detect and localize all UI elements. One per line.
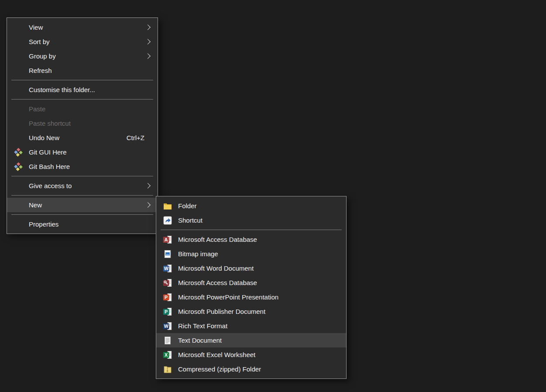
- menu-item-label: Customise this folder...: [29, 86, 95, 93]
- menu-item-label: New: [29, 201, 42, 209]
- chevron-right-icon: [145, 39, 151, 45]
- menu-item-microsoft-excel-worksheet[interactable]: XMicrosoft Excel Worksheet: [156, 347, 346, 362]
- menu-item-label: Microsoft Access Database: [178, 236, 257, 243]
- chevron-right-icon: [145, 24, 151, 30]
- menu-item-label: Git GUI Here: [29, 148, 67, 156]
- menu-item-label: Microsoft Excel Worksheet: [178, 351, 255, 358]
- menu-item-label: Compressed (zipped) Folder: [178, 365, 261, 373]
- menu-item-rich-text-format[interactable]: WRich Text Format: [156, 319, 346, 333]
- git-icon: [14, 148, 23, 157]
- menu-item-microsoft-access-database[interactable]: Microsoft Access Database: [156, 275, 346, 290]
- zip-folder-icon: [163, 364, 172, 374]
- icon-slot-empty: [14, 181, 23, 191]
- menu-item-label: View: [29, 24, 43, 31]
- menu-item-microsoft-access-database[interactable]: AMicrosoft Access Database: [156, 232, 346, 247]
- menu-separator: [11, 99, 153, 100]
- icon-slot-empty: [14, 85, 23, 95]
- menu-separator: [11, 176, 153, 176]
- menu-item-new[interactable]: New: [7, 198, 158, 212]
- menu-item-label: Rich Text Format: [178, 322, 227, 330]
- icon-slot-empty: [14, 133, 23, 143]
- menu-item-microsoft-powerpoint-presentation[interactable]: PMicrosoft PowerPoint Presentation: [156, 290, 346, 304]
- svg-text:P: P: [165, 294, 168, 299]
- menu-item-label: Group by: [29, 52, 56, 60]
- excel-icon: X: [163, 350, 172, 360]
- chevron-right-icon: [145, 183, 151, 189]
- menu-item-folder[interactable]: Folder: [156, 199, 346, 213]
- icon-slot-empty: [14, 200, 23, 210]
- menu-item-label: Shortcut: [178, 217, 203, 224]
- folder-icon: [163, 201, 172, 211]
- text-document-icon: [163, 336, 172, 345]
- icon-slot-empty: [14, 23, 23, 32]
- menu-item-label: Give access to: [29, 182, 72, 189]
- menu-item-label: Microsoft PowerPoint Presentation: [178, 293, 278, 301]
- menu-item-compressed-zipped-folder[interactable]: Compressed (zipped) Folder: [156, 362, 346, 376]
- shortcut-icon: [163, 216, 172, 225]
- menu-separator: [11, 80, 153, 80]
- git-icon: [14, 162, 23, 172]
- menu-item-label: Sort by: [29, 38, 50, 45]
- menu-item-label: Paste: [29, 105, 45, 113]
- menu-item-microsoft-publisher-document[interactable]: PMicrosoft Publisher Document: [156, 304, 346, 319]
- access-mdb-icon: [163, 278, 172, 288]
- menu-item-undo-new[interactable]: Undo NewCtrl+Z: [7, 131, 158, 145]
- menu-item-give-access-to[interactable]: Give access to: [7, 179, 158, 193]
- icon-slot-empty: [14, 119, 23, 128]
- word-icon: W: [163, 264, 172, 273]
- menu-item-label: Microsoft Word Document: [178, 265, 254, 272]
- svg-text:A: A: [165, 237, 168, 242]
- menu-separator: [11, 195, 153, 196]
- menu-item-paste: Paste: [7, 102, 158, 116]
- menu-item-label: Microsoft Publisher Document: [178, 308, 265, 315]
- icon-slot-empty: [14, 37, 23, 47]
- icon-slot-empty: [14, 52, 23, 61]
- menu-item-git-gui-here[interactable]: Git GUI Here: [7, 145, 158, 159]
- menu-item-label: Undo New: [29, 134, 59, 141]
- svg-text:W: W: [164, 323, 168, 328]
- icon-slot-empty: [14, 104, 23, 114]
- menu-separator: [161, 230, 342, 230]
- menu-item-label: Text Document: [178, 337, 222, 344]
- access-icon: A: [163, 235, 172, 244]
- svg-text:X: X: [165, 352, 168, 357]
- icon-slot-empty: [14, 220, 23, 229]
- shortcut-text: Ctrl+Z: [127, 134, 152, 141]
- chevron-right-icon: [145, 202, 151, 208]
- menu-item-microsoft-word-document[interactable]: WMicrosoft Word Document: [156, 261, 346, 275]
- menu-item-label: Microsoft Access Database: [178, 279, 257, 286]
- menu-item-refresh[interactable]: Refresh: [7, 63, 158, 78]
- menu-separator: [11, 214, 153, 215]
- menu-item-bitmap-image[interactable]: Bitmap image: [156, 247, 346, 261]
- icon-slot-empty: [14, 66, 23, 76]
- new-submenu: FolderShortcutAMicrosoft Access Database…: [156, 196, 347, 379]
- menu-item-text-document[interactable]: Text Document: [156, 333, 346, 347]
- svg-text:W: W: [164, 265, 168, 271]
- menu-item-group-by[interactable]: Group by: [7, 49, 158, 63]
- menu-item-customise-this-folder[interactable]: Customise this folder...: [7, 83, 158, 97]
- publisher-icon: P: [163, 307, 172, 316]
- svg-text:P: P: [165, 309, 168, 314]
- menu-item-shortcut[interactable]: Shortcut: [156, 213, 346, 227]
- menu-item-label: Properties: [29, 220, 58, 228]
- rtf-icon: W: [163, 321, 172, 331]
- menu-item-paste-shortcut: Paste shortcut: [7, 116, 158, 131]
- chevron-right-icon: [145, 53, 151, 59]
- menu-item-label: Paste shortcut: [29, 120, 71, 127]
- menu-item-view[interactable]: View: [7, 20, 158, 34]
- menu-item-git-bash-here[interactable]: Git Bash Here: [7, 159, 158, 174]
- desktop-background: ViewSort byGroup byRefreshCustomise this…: [0, 0, 546, 392]
- menu-item-label: Bitmap image: [178, 250, 218, 258]
- menu-item-label: Refresh: [29, 67, 52, 74]
- bitmap-image-icon: [163, 249, 172, 259]
- folder-context-menu: ViewSort byGroup byRefreshCustomise this…: [7, 17, 158, 234]
- menu-item-properties[interactable]: Properties: [7, 217, 158, 231]
- powerpoint-icon: P: [163, 292, 172, 302]
- menu-item-label: Folder: [178, 202, 197, 210]
- menu-item-label: Git Bash Here: [29, 163, 70, 170]
- menu-item-sort-by[interactable]: Sort by: [7, 34, 158, 49]
